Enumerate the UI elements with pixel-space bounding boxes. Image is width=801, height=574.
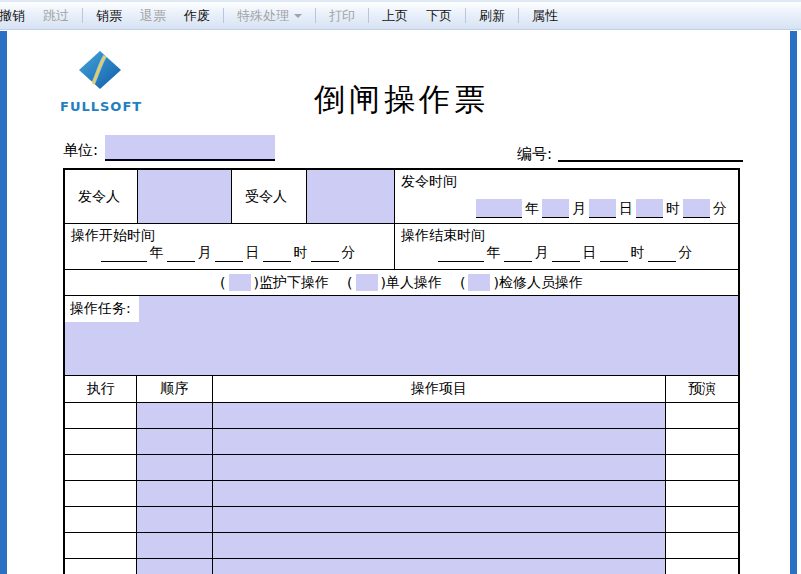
rehearsal-cell[interactable] [666,481,738,506]
window-border-right [790,31,797,574]
issue-hour-input[interactable] [636,199,663,218]
issue-minute-input[interactable] [683,199,710,218]
toolbar-button-special-handling[interactable]: 特殊处理 [228,3,311,29]
issuer-label: 发令人 [65,170,138,223]
number-label: 编号: [517,145,552,164]
execute-cell[interactable] [65,455,137,480]
toolbar-button-properties[interactable]: 属性 [523,3,567,29]
issuer-row: 发令人 受令人 发令时间 年 月 日 时 分 [65,170,738,224]
toolbar-separator [368,8,369,23]
sequence-cell[interactable] [137,507,213,532]
mode-supervised-checkbox[interactable] [229,274,251,291]
paren-open: ( [347,275,352,291]
grid-empty-row [65,533,738,559]
end-minute-line[interactable] [648,248,676,262]
rehearsal-cell[interactable] [666,559,738,574]
operation-item-cell[interactable] [213,481,666,506]
end-month-line[interactable] [504,248,532,262]
rehearsal-cell[interactable] [666,533,738,558]
toolbar-button-refresh[interactable]: 刷新 [470,3,514,29]
grid-empty-row [65,507,738,533]
execute-cell[interactable] [65,429,137,454]
operation-ticket-table: 发令人 受令人 发令时间 年 月 日 时 分 [63,168,740,574]
operation-item-cell[interactable] [213,429,666,454]
start-time-cell: 操作开始时间 年 月 日 时 分 [65,224,395,269]
operation-item-cell[interactable] [213,455,666,480]
issue-day-input[interactable] [589,199,616,218]
toolbar-separator [465,8,466,23]
sequence-cell[interactable] [137,559,213,574]
mode-maintenance: ( ) 检修人员操作 [460,274,583,292]
toolbar-button-void[interactable]: 作废 [175,3,219,29]
hour-unit-label: 时 [631,243,645,262]
toolbar-separator [518,8,519,23]
toolbar-button-prev-page[interactable]: 上页 [373,3,417,29]
paren-open: ( [460,275,465,291]
receiver-input[interactable] [307,170,395,223]
window-border-left [0,31,7,574]
number-input-line[interactable] [558,143,743,162]
start-hour-line[interactable] [263,248,291,262]
toolbar-separator [223,8,224,23]
rehearsal-cell[interactable] [666,507,738,532]
execute-cell[interactable] [65,481,137,506]
issue-year-input[interactable] [476,199,522,218]
task-label: 操作任务: [65,296,139,322]
toolbar-button-next-page[interactable]: 下页 [417,3,461,29]
task-input-area[interactable]: 操作任务: [65,296,738,376]
sequence-cell[interactable] [137,403,213,428]
grid-empty-row [65,481,738,507]
toolbar-button-undo[interactable]: 撤销 [0,3,34,29]
issuer-input[interactable] [138,170,232,223]
sequence-cell[interactable] [137,455,213,480]
end-time-cell: 操作结束时间 年 月 日 时 分 [395,224,738,269]
operation-item-cell[interactable] [213,403,666,428]
start-month-line[interactable] [167,248,195,262]
toolbar-button-return-ticket[interactable]: 退票 [131,3,175,29]
header-sequence: 顺序 [137,376,213,402]
year-unit-label: 年 [525,199,539,218]
end-year-line[interactable] [438,248,484,262]
grid-header-row: 执行 顺序 操作项目 预演 [65,376,738,403]
toolbar-button-skip[interactable]: 跳过 [34,3,78,29]
execute-cell[interactable] [65,507,137,532]
toolbar-button-print[interactable]: 打印 [320,3,364,29]
minute-unit-label: 分 [679,243,693,262]
rehearsal-cell[interactable] [666,403,738,428]
rehearsal-cell[interactable] [666,455,738,480]
sequence-cell[interactable] [137,429,213,454]
unit-input[interactable] [105,135,275,161]
year-unit-label: 年 [150,243,164,262]
mode-maintenance-checkbox[interactable] [468,274,490,291]
execute-cell[interactable] [65,403,137,428]
day-unit-label: 日 [583,243,597,262]
header-operation-item: 操作项目 [213,376,666,402]
operation-item-cell[interactable] [213,533,666,558]
start-minute-line[interactable] [311,248,339,262]
grid-empty-row [65,455,738,481]
hour-unit-label: 时 [666,199,680,218]
end-time-fields: 年 月 日 时 分 [395,243,738,262]
sequence-cell[interactable] [137,481,213,506]
sequence-cell[interactable] [137,533,213,558]
end-day-line[interactable] [552,248,580,262]
execute-cell[interactable] [65,533,137,558]
end-hour-line[interactable] [600,248,628,262]
issue-month-input[interactable] [542,199,569,218]
grid-empty-row [65,429,738,455]
unit-label: 单位: [63,141,98,160]
rehearsal-cell[interactable] [666,429,738,454]
operation-item-cell[interactable] [213,559,666,574]
toolbar-button-cancel-ticket[interactable]: 销票 [87,3,131,29]
start-year-line[interactable] [101,248,147,262]
mode-single-checkbox[interactable] [356,274,378,291]
execute-cell[interactable] [65,559,137,574]
day-unit-label: 日 [619,199,633,218]
header-execute: 执行 [65,376,137,402]
time-row: 操作开始时间 年 月 日 时 分 操作结束时间 年 [65,224,738,270]
header-rehearsal: 预演 [666,376,738,402]
start-day-line[interactable] [215,248,243,262]
operation-item-cell[interactable] [213,507,666,532]
toolbar-separator [315,8,316,23]
issue-time-fields: 年 月 日 时 分 [476,199,730,218]
